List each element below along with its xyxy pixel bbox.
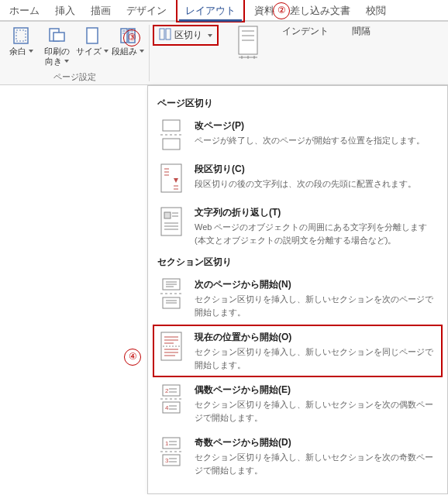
tab-references[interactable]: 資料	[248, 1, 281, 19]
item-page-break-title: 改ページ(P)	[195, 119, 425, 132]
svg-rect-21	[163, 120, 180, 131]
svg-rect-32	[164, 212, 171, 218]
tab-layout[interactable]: レイアウト	[179, 1, 242, 22]
svg-rect-3	[53, 33, 64, 41]
item-odd-page[interactable]: 13 奇数ページから開始(D) セクション区切りを挿入し、新しいセクションを次の…	[148, 430, 447, 483]
columns-button[interactable]: 段組み	[112, 25, 144, 67]
orientation-label: 印刷の 向き	[44, 46, 70, 67]
item-odd-page-title: 奇数ページから開始(D)	[195, 436, 438, 449]
item-text-wrapping-break[interactable]: 文字列の折り返し(T) Web ページのオブジェクトの周囲にある文字列を分離しま…	[148, 200, 447, 253]
svg-rect-11	[160, 29, 164, 40]
orientation-icon	[47, 26, 66, 45]
page-break-icon	[157, 119, 185, 150]
columns-icon	[119, 26, 137, 45]
item-continuous-title: 現在の位置から開始(O)	[195, 331, 438, 344]
svg-text:3: 3	[165, 457, 169, 464]
item-page-break-desc: ページが終了し、次のページが開始する位置を指定します。	[195, 134, 425, 147]
svg-text:2: 2	[165, 387, 169, 394]
ruler-icon	[237, 25, 259, 66]
breaks-label: 区切り	[174, 29, 202, 42]
continuous-icon	[157, 331, 185, 362]
item-column-break[interactable]: 段区切り(C) 段区切りの後の文字列は、次の段の先頭に配置されます。	[148, 156, 447, 200]
item-even-page[interactable]: 24 偶数ページから開始(E) セクション区切りを挿入し、新しいセクションを次の…	[148, 377, 447, 430]
text-wrapping-icon	[157, 206, 185, 237]
item-next-page-title: 次のページから開始(N)	[195, 278, 438, 291]
item-continuous[interactable]: 現在の位置から開始(O) セクション区切りを挿入し、新しいセクションを同じページ…	[153, 325, 443, 377]
tab-review[interactable]: 校閲	[360, 1, 392, 19]
item-page-break[interactable]: 改ページ(P) ページが終了し、次のページが開始する位置を指定します。	[148, 113, 447, 156]
tab-home[interactable]: ホーム	[3, 1, 46, 19]
section-breaks-header: セクション区切り	[148, 253, 447, 272]
ribbon-tabs: ホーム 挿入 描画 デザイン レイアウト 資料 差し込み文書 校閲	[0, 0, 448, 22]
breaks-icon	[159, 28, 171, 43]
svg-marker-28	[174, 178, 178, 183]
size-icon	[83, 26, 102, 45]
margins-icon	[12, 26, 30, 45]
odd-page-icon: 13	[157, 436, 185, 467]
tab-draw[interactable]: 描画	[84, 1, 117, 19]
item-odd-page-desc: セクション区切りを挿入し、新しいセクションを次の奇数ページで開始します。	[195, 451, 438, 476]
orientation-button[interactable]: 印刷の 向き	[40, 25, 73, 67]
item-column-break-title: 段区切り(C)	[195, 163, 416, 176]
svg-text:4: 4	[165, 404, 169, 411]
item-continuous-desc: セクション区切りを挿入し、新しいセクションを同じページで開始します。	[195, 345, 438, 371]
ribbon-body: 余白 印刷の 向き サイズ	[0, 22, 448, 85]
breaks-dropdown: ページ区切り 改ページ(P) ページが終了し、次のページが開始する位置を指定しま…	[147, 85, 448, 494]
svg-rect-12	[166, 29, 171, 40]
item-next-page-desc: セクション区切りを挿入し、新しいセクションを次のページで開始します。	[195, 293, 438, 318]
svg-rect-22	[163, 139, 180, 150]
even-page-icon: 24	[157, 383, 185, 414]
page-breaks-header: ページ区切り	[148, 94, 447, 113]
tab-design[interactable]: デザイン	[120, 1, 173, 19]
spacing-label: 間隔	[352, 25, 370, 38]
svg-text:1: 1	[165, 440, 169, 447]
item-next-page[interactable]: 次のページから開始(N) セクション区切りを挿入し、新しいセクションを次のページ…	[148, 272, 447, 325]
size-button[interactable]: サイズ	[76, 25, 109, 67]
size-label: サイズ	[76, 46, 109, 57]
next-page-icon	[157, 278, 185, 309]
column-break-icon	[157, 163, 185, 194]
columns-label: 段組み	[112, 46, 144, 57]
svg-rect-1	[16, 30, 26, 41]
breaks-button[interactable]: 区切り	[154, 26, 217, 44]
item-even-page-title: 偶数ページから開始(E)	[195, 383, 438, 397]
tab-insert[interactable]: 挿入	[49, 1, 81, 19]
page-setup-group-label: ページ設定	[5, 71, 144, 83]
svg-rect-24	[161, 164, 181, 192]
item-column-break-desc: 段区切りの後の文字列は、次の段の先頭に配置されます。	[195, 177, 416, 191]
item-text-wrapping-title: 文字列の折り返し(T)	[195, 206, 438, 219]
group-page-setup: 余白 印刷の 向き サイズ	[0, 22, 149, 84]
indent-label: インデント	[282, 25, 329, 38]
item-text-wrapping-desc: Web ページのオブジェクトの周囲にある文字列を分離します (本文とオブジェクト…	[195, 221, 438, 246]
tab-mailings[interactable]: 差し込み文書	[284, 1, 357, 19]
margins-label: 余白	[9, 46, 33, 57]
svg-rect-4	[87, 28, 98, 43]
annotation-4: ④	[124, 349, 141, 366]
item-even-page-desc: セクション区切りを挿入し、新しいセクションを次の偶数ページで開始します。	[195, 398, 438, 424]
svg-rect-31	[161, 208, 181, 235]
margins-button[interactable]: 余白	[5, 25, 37, 67]
